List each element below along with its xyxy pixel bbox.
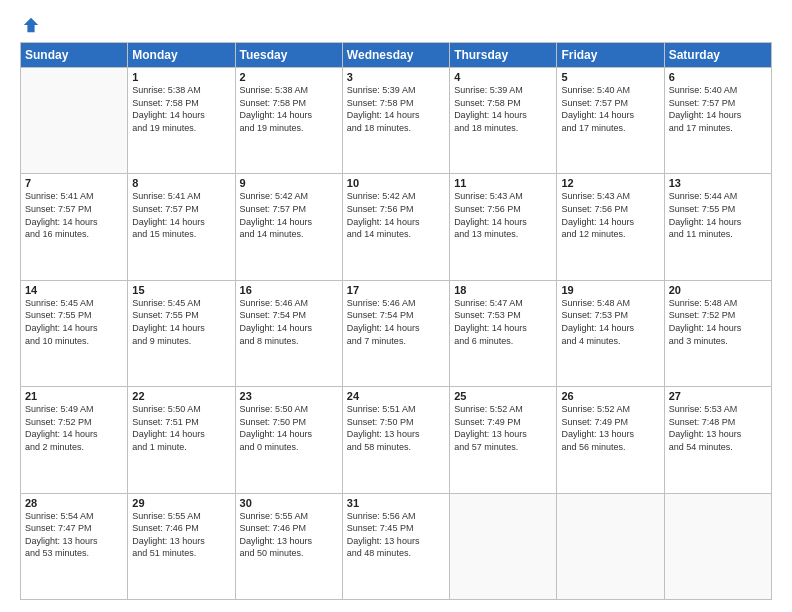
day-info: Sunrise: 5:44 AM Sunset: 7:55 PM Dayligh… (669, 190, 767, 240)
day-cell: 27Sunrise: 5:53 AM Sunset: 7:48 PM Dayli… (664, 387, 771, 493)
day-cell: 11Sunrise: 5:43 AM Sunset: 7:56 PM Dayli… (450, 174, 557, 280)
day-info: Sunrise: 5:53 AM Sunset: 7:48 PM Dayligh… (669, 403, 767, 453)
day-cell: 28Sunrise: 5:54 AM Sunset: 7:47 PM Dayli… (21, 493, 128, 599)
day-info: Sunrise: 5:42 AM Sunset: 7:57 PM Dayligh… (240, 190, 338, 240)
day-cell: 20Sunrise: 5:48 AM Sunset: 7:52 PM Dayli… (664, 280, 771, 386)
day-number: 14 (25, 284, 123, 296)
day-info: Sunrise: 5:45 AM Sunset: 7:55 PM Dayligh… (132, 297, 230, 347)
day-info: Sunrise: 5:38 AM Sunset: 7:58 PM Dayligh… (240, 84, 338, 134)
day-cell: 14Sunrise: 5:45 AM Sunset: 7:55 PM Dayli… (21, 280, 128, 386)
day-cell: 26Sunrise: 5:52 AM Sunset: 7:49 PM Dayli… (557, 387, 664, 493)
day-number: 2 (240, 71, 338, 83)
week-row-2: 14Sunrise: 5:45 AM Sunset: 7:55 PM Dayli… (21, 280, 772, 386)
week-row-4: 28Sunrise: 5:54 AM Sunset: 7:47 PM Dayli… (21, 493, 772, 599)
day-info: Sunrise: 5:38 AM Sunset: 7:58 PM Dayligh… (132, 84, 230, 134)
day-number: 4 (454, 71, 552, 83)
day-cell: 8Sunrise: 5:41 AM Sunset: 7:57 PM Daylig… (128, 174, 235, 280)
day-info: Sunrise: 5:46 AM Sunset: 7:54 PM Dayligh… (347, 297, 445, 347)
col-header-friday: Friday (557, 43, 664, 68)
day-info: Sunrise: 5:41 AM Sunset: 7:57 PM Dayligh… (25, 190, 123, 240)
day-number: 5 (561, 71, 659, 83)
day-number: 30 (240, 497, 338, 509)
day-info: Sunrise: 5:48 AM Sunset: 7:52 PM Dayligh… (669, 297, 767, 347)
day-cell (664, 493, 771, 599)
day-cell: 30Sunrise: 5:55 AM Sunset: 7:46 PM Dayli… (235, 493, 342, 599)
day-number: 26 (561, 390, 659, 402)
day-number: 22 (132, 390, 230, 402)
day-cell: 31Sunrise: 5:56 AM Sunset: 7:45 PM Dayli… (342, 493, 449, 599)
day-number: 10 (347, 177, 445, 189)
day-cell: 18Sunrise: 5:47 AM Sunset: 7:53 PM Dayli… (450, 280, 557, 386)
day-info: Sunrise: 5:43 AM Sunset: 7:56 PM Dayligh… (454, 190, 552, 240)
day-cell: 13Sunrise: 5:44 AM Sunset: 7:55 PM Dayli… (664, 174, 771, 280)
day-info: Sunrise: 5:51 AM Sunset: 7:50 PM Dayligh… (347, 403, 445, 453)
day-cell: 6Sunrise: 5:40 AM Sunset: 7:57 PM Daylig… (664, 68, 771, 174)
day-number: 17 (347, 284, 445, 296)
day-info: Sunrise: 5:39 AM Sunset: 7:58 PM Dayligh… (347, 84, 445, 134)
day-cell: 3Sunrise: 5:39 AM Sunset: 7:58 PM Daylig… (342, 68, 449, 174)
day-cell: 21Sunrise: 5:49 AM Sunset: 7:52 PM Dayli… (21, 387, 128, 493)
day-info: Sunrise: 5:54 AM Sunset: 7:47 PM Dayligh… (25, 510, 123, 560)
day-number: 9 (240, 177, 338, 189)
day-number: 16 (240, 284, 338, 296)
day-number: 15 (132, 284, 230, 296)
day-cell: 4Sunrise: 5:39 AM Sunset: 7:58 PM Daylig… (450, 68, 557, 174)
day-cell: 23Sunrise: 5:50 AM Sunset: 7:50 PM Dayli… (235, 387, 342, 493)
day-info: Sunrise: 5:52 AM Sunset: 7:49 PM Dayligh… (561, 403, 659, 453)
header-row: SundayMondayTuesdayWednesdayThursdayFrid… (21, 43, 772, 68)
day-info: Sunrise: 5:45 AM Sunset: 7:55 PM Dayligh… (25, 297, 123, 347)
header (20, 16, 772, 34)
day-number: 21 (25, 390, 123, 402)
day-number: 25 (454, 390, 552, 402)
day-cell: 19Sunrise: 5:48 AM Sunset: 7:53 PM Dayli… (557, 280, 664, 386)
week-row-1: 7Sunrise: 5:41 AM Sunset: 7:57 PM Daylig… (21, 174, 772, 280)
day-info: Sunrise: 5:48 AM Sunset: 7:53 PM Dayligh… (561, 297, 659, 347)
day-cell: 2Sunrise: 5:38 AM Sunset: 7:58 PM Daylig… (235, 68, 342, 174)
day-number: 8 (132, 177, 230, 189)
day-cell: 10Sunrise: 5:42 AM Sunset: 7:56 PM Dayli… (342, 174, 449, 280)
day-info: Sunrise: 5:40 AM Sunset: 7:57 PM Dayligh… (561, 84, 659, 134)
day-info: Sunrise: 5:43 AM Sunset: 7:56 PM Dayligh… (561, 190, 659, 240)
day-number: 31 (347, 497, 445, 509)
day-number: 19 (561, 284, 659, 296)
page: SundayMondayTuesdayWednesdayThursdayFrid… (0, 0, 792, 612)
day-number: 12 (561, 177, 659, 189)
day-cell (557, 493, 664, 599)
day-info: Sunrise: 5:49 AM Sunset: 7:52 PM Dayligh… (25, 403, 123, 453)
day-number: 28 (25, 497, 123, 509)
day-cell (450, 493, 557, 599)
day-number: 29 (132, 497, 230, 509)
day-info: Sunrise: 5:46 AM Sunset: 7:54 PM Dayligh… (240, 297, 338, 347)
day-cell: 15Sunrise: 5:45 AM Sunset: 7:55 PM Dayli… (128, 280, 235, 386)
week-row-3: 21Sunrise: 5:49 AM Sunset: 7:52 PM Dayli… (21, 387, 772, 493)
day-cell: 17Sunrise: 5:46 AM Sunset: 7:54 PM Dayli… (342, 280, 449, 386)
day-number: 11 (454, 177, 552, 189)
day-info: Sunrise: 5:55 AM Sunset: 7:46 PM Dayligh… (132, 510, 230, 560)
calendar-table: SundayMondayTuesdayWednesdayThursdayFrid… (20, 42, 772, 600)
logo-icon (22, 16, 40, 34)
day-cell: 24Sunrise: 5:51 AM Sunset: 7:50 PM Dayli… (342, 387, 449, 493)
day-cell: 22Sunrise: 5:50 AM Sunset: 7:51 PM Dayli… (128, 387, 235, 493)
col-header-wednesday: Wednesday (342, 43, 449, 68)
day-info: Sunrise: 5:47 AM Sunset: 7:53 PM Dayligh… (454, 297, 552, 347)
day-cell: 29Sunrise: 5:55 AM Sunset: 7:46 PM Dayli… (128, 493, 235, 599)
day-info: Sunrise: 5:50 AM Sunset: 7:51 PM Dayligh… (132, 403, 230, 453)
day-number: 18 (454, 284, 552, 296)
col-header-tuesday: Tuesday (235, 43, 342, 68)
col-header-thursday: Thursday (450, 43, 557, 68)
day-cell: 7Sunrise: 5:41 AM Sunset: 7:57 PM Daylig… (21, 174, 128, 280)
day-cell: 9Sunrise: 5:42 AM Sunset: 7:57 PM Daylig… (235, 174, 342, 280)
svg-marker-0 (24, 18, 38, 32)
day-info: Sunrise: 5:55 AM Sunset: 7:46 PM Dayligh… (240, 510, 338, 560)
day-number: 13 (669, 177, 767, 189)
day-number: 3 (347, 71, 445, 83)
day-number: 6 (669, 71, 767, 83)
day-cell: 12Sunrise: 5:43 AM Sunset: 7:56 PM Dayli… (557, 174, 664, 280)
day-cell: 16Sunrise: 5:46 AM Sunset: 7:54 PM Dayli… (235, 280, 342, 386)
col-header-sunday: Sunday (21, 43, 128, 68)
day-cell (21, 68, 128, 174)
day-cell: 25Sunrise: 5:52 AM Sunset: 7:49 PM Dayli… (450, 387, 557, 493)
day-cell: 1Sunrise: 5:38 AM Sunset: 7:58 PM Daylig… (128, 68, 235, 174)
logo (20, 16, 40, 34)
day-info: Sunrise: 5:39 AM Sunset: 7:58 PM Dayligh… (454, 84, 552, 134)
